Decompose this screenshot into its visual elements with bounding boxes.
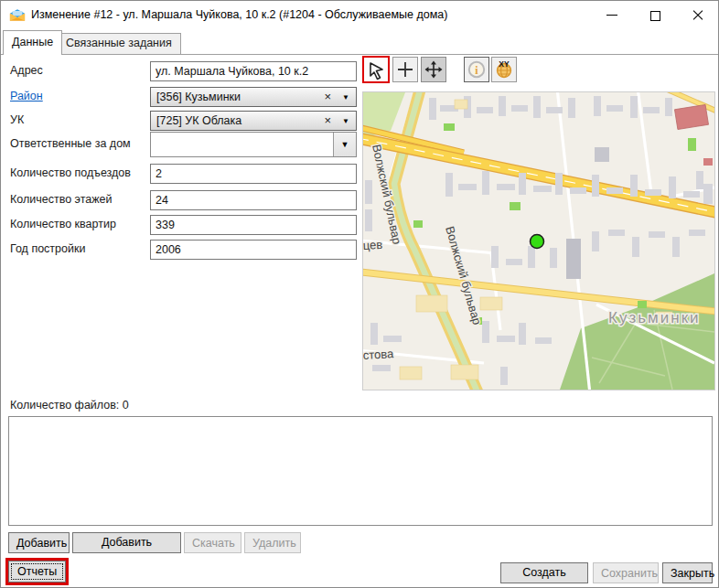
map-canvas: Волжский бульвар Волжский бульвар цев ст… bbox=[363, 92, 714, 390]
apartments-input[interactable] bbox=[150, 215, 357, 235]
floors-label: Количество этажей bbox=[10, 193, 113, 206]
address-label: Адрес bbox=[10, 64, 43, 77]
tab-related-tasks[interactable]: Связанные задания bbox=[57, 33, 181, 54]
coordinates-tool-button[interactable]: XY bbox=[491, 57, 517, 82]
tab-data[interactable]: Данные bbox=[3, 30, 62, 55]
map-street-fragment-top: цев bbox=[363, 238, 383, 252]
minimize-icon bbox=[606, 15, 617, 16]
minimize-button[interactable] bbox=[591, 1, 633, 29]
svg-text:XY: XY bbox=[499, 60, 510, 69]
dialog-window: Изменение #12 - ул. Маршала Чуйкова, 10 … bbox=[0, 0, 719, 588]
window-title: Изменение #12 - ул. Маршала Чуйкова, 10 … bbox=[31, 1, 447, 29]
floors-input[interactable] bbox=[150, 190, 357, 210]
reports-highlight-box: Отчеты bbox=[5, 558, 69, 585]
district-combo[interactable]: [356] Кузьминки × ▼ bbox=[150, 87, 357, 107]
map-street-fragment-bottom: стова bbox=[363, 347, 394, 362]
responsible-dropdown-icon[interactable]: ▼ bbox=[333, 133, 356, 156]
management-company-clear-icon[interactable]: × bbox=[324, 112, 331, 130]
pan-tool-button[interactable] bbox=[421, 57, 446, 82]
crosshair-tool-button[interactable] bbox=[392, 57, 418, 82]
district-combo-value: [356] Кузьминки bbox=[156, 91, 241, 103]
management-company-label: УК bbox=[10, 113, 24, 126]
save-button[interactable]: Сохранить bbox=[593, 562, 659, 583]
download-file-button[interactable]: Скачать bbox=[184, 532, 241, 553]
district-dropdown-icon[interactable]: ▼ bbox=[342, 88, 349, 107]
map-viewport[interactable]: Волжский бульвар Волжский бульвар цев ст… bbox=[362, 91, 715, 390]
entrances-label: Количество подъездов bbox=[10, 166, 131, 179]
map-district-label: Кузьминки bbox=[608, 309, 701, 326]
management-company-combo-value: [725] УК Облака bbox=[156, 114, 241, 127]
globe-xy-icon: XY bbox=[495, 60, 513, 79]
entrances-input[interactable] bbox=[150, 164, 357, 184]
close-button[interactable] bbox=[677, 1, 719, 29]
add-file-button[interactable]: Добавить bbox=[8, 532, 70, 553]
files-list[interactable] bbox=[8, 416, 713, 526]
address-input[interactable] bbox=[150, 61, 357, 81]
create-task-button[interactable]: Создать задание bbox=[500, 562, 588, 583]
info-icon: i bbox=[467, 60, 486, 79]
management-company-dropdown-icon[interactable]: ▼ bbox=[342, 112, 349, 131]
maximize-button[interactable] bbox=[634, 1, 676, 29]
info-tool-button[interactable]: i bbox=[464, 57, 489, 82]
select-tool-button[interactable] bbox=[362, 56, 390, 83]
move-arrows-icon bbox=[424, 60, 443, 79]
app-envelope-icon bbox=[9, 8, 26, 22]
district-link[interactable]: Район bbox=[10, 90, 43, 102]
cursor-arrow-icon bbox=[367, 60, 387, 80]
responsible-combo[interactable]: ▼ bbox=[150, 132, 357, 157]
tab-strip: Данные Связанные задания bbox=[1, 30, 718, 54]
tab-page-data: Адрес Район УК Ответственные за дом Коли… bbox=[1, 54, 719, 556]
add-page-button[interactable]: Добавить страницу bbox=[72, 532, 181, 553]
map-house-marker bbox=[531, 235, 544, 249]
year-built-input[interactable] bbox=[150, 240, 357, 260]
responsible-label: Ответственные за дом bbox=[10, 137, 131, 150]
management-company-combo[interactable]: [725] УК Облака × ▼ bbox=[150, 111, 357, 131]
district-clear-icon[interactable]: × bbox=[324, 88, 331, 106]
title-bar: Изменение #12 - ул. Маршала Чуйкова, 10 … bbox=[1, 1, 718, 29]
close-dialog-button[interactable]: Закрыть bbox=[662, 562, 713, 583]
footer-bar: Отчеты Создать задание Сохранить Закрыть bbox=[1, 554, 719, 588]
apartments-label: Количество квартир bbox=[10, 218, 116, 230]
maximize-icon bbox=[650, 11, 660, 21]
year-built-label: Год постройки bbox=[10, 242, 85, 255]
reports-button[interactable]: Отчеты bbox=[8, 561, 66, 583]
delete-file-button[interactable]: Удалить bbox=[244, 532, 301, 553]
plus-icon bbox=[396, 60, 414, 79]
files-count-label: Количество файлов: 0 bbox=[10, 399, 129, 412]
